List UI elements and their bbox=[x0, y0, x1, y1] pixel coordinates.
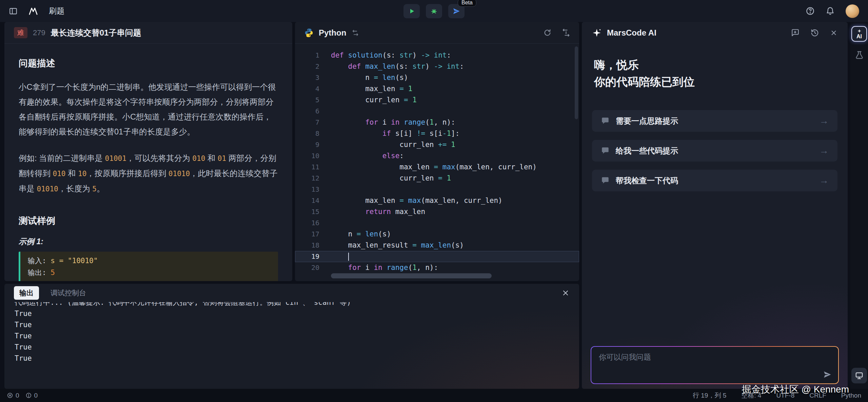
warning-count: 0 bbox=[34, 392, 38, 399]
code-editor[interactable]: 1def solution(s: str) -> int:2 def max_l… bbox=[295, 44, 579, 281]
chat-icon bbox=[601, 146, 610, 155]
warning-icon bbox=[25, 392, 32, 399]
arrow-right-icon: → bbox=[819, 115, 829, 126]
code-line[interactable]: 19 bbox=[295, 251, 579, 262]
code-line[interactable]: 12 curr_len = 1 bbox=[295, 173, 579, 184]
line-number: 8 bbox=[295, 128, 319, 139]
input-value: s = "10010" bbox=[46, 257, 98, 265]
code-line[interactable]: 17 n = len(s) bbox=[295, 229, 579, 240]
bell-icon[interactable] bbox=[826, 6, 835, 16]
output-value: 5 bbox=[46, 269, 55, 277]
arrow-right-icon: → bbox=[819, 175, 829, 186]
code-line[interactable]: 14 max_len = max(max_len, curr_len) bbox=[295, 195, 579, 206]
problem-panel: 难 279 最长连续交替01子串问题 问题描述 小C拿到了一个长度为n的二进制串… bbox=[4, 22, 292, 281]
code-line[interactable]: 20 for i in range(1, n): bbox=[295, 262, 579, 273]
text-cursor bbox=[348, 253, 349, 261]
line-number: 15 bbox=[295, 206, 319, 217]
beaker-icon[interactable] bbox=[855, 50, 864, 60]
console-line: True bbox=[15, 308, 569, 319]
line-number: 13 bbox=[295, 184, 319, 195]
line-number: 1 bbox=[295, 50, 319, 61]
horizontal-scrollbar[interactable] bbox=[331, 273, 492, 278]
reset-code-icon[interactable] bbox=[543, 28, 552, 37]
help-icon[interactable] bbox=[806, 6, 815, 16]
code-line[interactable]: 10 else: bbox=[295, 150, 579, 162]
console-output[interactable]: 代码运行中... (温馨提示: 代码中不允许存在输入指令, 否则将会阻塞运行。例… bbox=[4, 302, 579, 389]
chat-icon bbox=[601, 176, 610, 185]
line-number: 4 bbox=[295, 83, 319, 94]
line-number: 20 bbox=[295, 262, 319, 273]
code-line[interactable]: 9 curr_len += 1 bbox=[295, 139, 579, 150]
run-button[interactable] bbox=[403, 4, 420, 18]
code-line[interactable]: 11 max_len = max(max_len, curr_len) bbox=[295, 162, 579, 173]
language-tab[interactable]: Python bbox=[319, 28, 346, 38]
send-icon[interactable] bbox=[823, 370, 832, 379]
line-number: 14 bbox=[295, 195, 319, 206]
vertical-scrollbar[interactable] bbox=[575, 46, 578, 119]
watermark: 掘金技术社区 @ Kennem bbox=[742, 383, 849, 396]
code-line[interactable]: 15 return max_len bbox=[295, 206, 579, 217]
ai-close-icon[interactable] bbox=[830, 29, 837, 37]
sparkle-icon bbox=[857, 29, 862, 33]
ai-suggestion-button[interactable]: 帮我检查一下代码→ bbox=[592, 170, 837, 191]
code-line[interactable]: 3 n = len(s) bbox=[295, 72, 579, 83]
ai-input-box bbox=[591, 346, 839, 384]
line-number: 5 bbox=[295, 94, 319, 106]
line-number: 16 bbox=[295, 217, 319, 229]
editor-panel: Python 1def solution(s: str) -> int:2 de… bbox=[295, 22, 579, 281]
ai-suggestion-button[interactable]: 给我一些代码提示→ bbox=[592, 140, 837, 162]
inline-code: 10 bbox=[78, 170, 86, 178]
marscode-logo-icon[interactable] bbox=[26, 6, 40, 16]
error-counter[interactable]: 0 bbox=[7, 392, 19, 399]
line-number: 2 bbox=[295, 61, 319, 72]
layout-switch-icon[interactable] bbox=[562, 28, 570, 37]
sidebar-toggle-icon[interactable] bbox=[9, 7, 18, 16]
greeting-line2: 你的代码陪练已到位 bbox=[594, 73, 835, 90]
ai-panel-title: MarsCode AI bbox=[607, 28, 656, 38]
code-line[interactable]: 1def solution(s: str) -> int: bbox=[295, 50, 579, 61]
code-line[interactable]: 5 curr_len = 1 bbox=[295, 94, 579, 106]
code-line[interactable]: 2 def max_len(s: str) -> int: bbox=[295, 61, 579, 72]
ai-toolbar-button[interactable]: AI bbox=[851, 26, 867, 42]
inline-code: 010 bbox=[192, 154, 205, 163]
ai-panel: MarsCode AI 嗨，悦乐 你的代码陪练已到位 需要一点思路提示→给我一些… bbox=[582, 22, 848, 389]
suggestion-label: 需要一点思路提示 bbox=[616, 116, 678, 126]
app-title: 刷题 bbox=[49, 6, 64, 16]
language-switch-icon[interactable] bbox=[352, 29, 359, 37]
console-close-icon[interactable] bbox=[561, 289, 570, 297]
inline-code: 01001 bbox=[105, 154, 126, 163]
screen-toggle-button[interactable] bbox=[851, 368, 867, 383]
code-line[interactable]: 4 max_len = 1 bbox=[295, 83, 579, 94]
tab-debug-console[interactable]: 调试控制台 bbox=[51, 288, 86, 298]
code-line[interactable]: 7 for i in range(1, n): bbox=[295, 117, 579, 128]
line-number: 17 bbox=[295, 229, 319, 240]
ai-question-input[interactable] bbox=[598, 352, 813, 374]
ai-suggestions: 需要一点思路提示→给我一些代码提示→帮我检查一下代码→ bbox=[592, 110, 837, 191]
ai-toolbar-label: AI bbox=[856, 34, 862, 39]
new-chat-icon[interactable] bbox=[791, 28, 800, 37]
code-line[interactable]: 16 bbox=[295, 217, 579, 229]
tab-output[interactable]: 输出 bbox=[14, 286, 39, 300]
ai-suggestion-button[interactable]: 需要一点思路提示→ bbox=[592, 110, 837, 132]
console-panel: 输出 调试控制台 代码运行中... (温馨提示: 代码中不允许存在输入指令, 否… bbox=[4, 284, 579, 389]
problem-header: 难 279 最长连续交替01子串问题 bbox=[4, 22, 292, 44]
problem-example-paragraph: 例如: 当前的二进制串是 01001，可以先将其分为 010 和 01 两部分，… bbox=[19, 151, 278, 196]
code-line[interactable]: 6 bbox=[295, 106, 579, 117]
suggestion-label: 帮我检查一下代码 bbox=[616, 175, 678, 186]
console-line: True bbox=[15, 353, 569, 364]
code-line[interactable]: 18 max_len_result = max_len(s) bbox=[295, 240, 579, 251]
examples-list: 示例 1:输入: s = "10010"输出: 5示例 2:输入: s = "0… bbox=[19, 236, 278, 281]
samples-heading: 测试样例 bbox=[19, 215, 278, 227]
line-number: 7 bbox=[295, 117, 319, 128]
avatar[interactable] bbox=[846, 4, 859, 18]
topbar: 刷题 Beta bbox=[0, 0, 868, 22]
console-hint-line: 代码运行中... (温馨提示: 代码中不允许存在输入指令, 否则将会阻塞运行。例… bbox=[15, 302, 569, 308]
debug-button[interactable] bbox=[426, 4, 442, 18]
history-icon[interactable] bbox=[810, 28, 819, 37]
cursor-position[interactable]: 行 19，列 5 bbox=[693, 391, 726, 400]
code-line[interactable]: 8 if s[i] != s[i-1]: bbox=[295, 128, 579, 139]
warning-counter[interactable]: 0 bbox=[25, 392, 38, 399]
error-icon bbox=[7, 392, 13, 399]
code-line[interactable]: 13 bbox=[295, 184, 579, 195]
paper-plane-icon bbox=[452, 7, 460, 15]
